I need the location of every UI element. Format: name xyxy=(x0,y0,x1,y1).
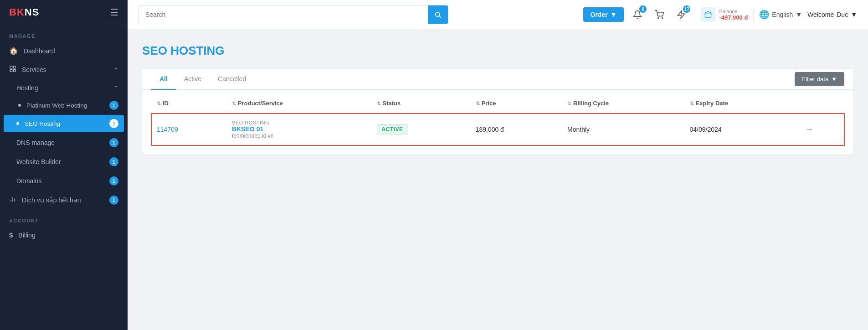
row-arrow[interactable]: → xyxy=(800,113,844,146)
notifications-badge: 0 xyxy=(639,5,647,13)
tabs: All Active Cancelled xyxy=(151,69,254,89)
sidebar-item-label: Dịch vụ sắp hết hạn xyxy=(22,196,106,204)
col-id[interactable]: ⇅ID xyxy=(151,93,226,113)
main-card: All Active Cancelled Filter data ▼ ⇅ID ⇅… xyxy=(142,69,853,155)
header-divider-2 xyxy=(753,8,754,21)
chevron-up-icon: ⌃ xyxy=(114,67,118,73)
svg-rect-0 xyxy=(10,66,12,68)
col-status[interactable]: ⇅Status xyxy=(371,93,470,113)
svg-rect-1 xyxy=(13,66,15,68)
chevron-up-icon: ⌃ xyxy=(114,85,118,91)
sidebar-item-label: Domains xyxy=(16,177,106,185)
logo-red: BK xyxy=(9,6,25,18)
table-wrap: ⇅ID ⇅Product/Service ⇅Status ⇅Price ⇅Bil… xyxy=(142,93,853,155)
sidebar: BKNS ☰ MANAGE 🏠 Dashboard Services ⌃ Hos… xyxy=(0,0,128,330)
sidebar-badge: 1 xyxy=(109,196,118,205)
sidebar-item-dns-manage[interactable]: DNS manage 1 xyxy=(0,133,128,152)
table-row[interactable]: 114709 SEO HOSTING BKSEO 01 tenmiendep.i… xyxy=(151,113,844,146)
sidebar-item-label: Platinum Web Hosting xyxy=(26,102,87,109)
sidebar-item-seo-hosting[interactable]: SEO Hosting 1 xyxy=(4,115,124,132)
balance-amount: -497,900 đ xyxy=(719,14,748,21)
page-title: SEO HOSTING xyxy=(142,44,853,58)
dollar-icon: $ xyxy=(9,231,13,239)
col-billing[interactable]: ⇅Billing Cycle xyxy=(562,93,684,113)
bell-button[interactable]: 17 xyxy=(673,6,689,23)
sidebar-item-hosting[interactable]: Hosting ⌃ xyxy=(0,79,128,97)
svg-rect-3 xyxy=(13,69,15,72)
svg-marker-11 xyxy=(678,11,685,19)
order-label: Order xyxy=(591,11,608,18)
dot-icon xyxy=(18,104,21,107)
cart-button[interactable] xyxy=(651,6,668,23)
svg-point-7 xyxy=(436,12,440,16)
language-selector[interactable]: 🌐 English ▼ xyxy=(759,10,802,20)
row-billing: Monthly xyxy=(562,113,684,146)
welcome-label: Welcome xyxy=(807,11,834,18)
sidebar-item-label: Dashboard xyxy=(24,47,118,55)
service-type: SEO HOSTING xyxy=(232,120,365,125)
logo: BKNS xyxy=(9,6,39,18)
tabs-row: All Active Cancelled Filter data ▼ xyxy=(142,69,853,90)
main-content: Order ▼ 0 17 Balance -4 xyxy=(128,0,868,330)
svg-point-9 xyxy=(658,18,659,19)
row-id: 114709 xyxy=(151,113,226,146)
balance-box[interactable]: Balance -497,900 đ xyxy=(701,7,748,22)
tab-active[interactable]: Active xyxy=(176,69,210,90)
service-domain: tenmiendep.id.vn xyxy=(232,133,365,139)
tab-all[interactable]: All xyxy=(151,69,176,90)
bell-badge: 17 xyxy=(683,5,690,13)
balance-icon xyxy=(701,7,715,22)
sidebar-item-services[interactable]: Services ⌃ xyxy=(0,60,128,79)
welcome-name: Duc xyxy=(837,11,848,18)
sidebar-logo: BKNS ☰ xyxy=(0,0,128,25)
tab-cancelled[interactable]: Cancelled xyxy=(210,69,254,90)
col-product[interactable]: ⇅Product/Service xyxy=(226,93,371,113)
notifications-button[interactable]: 0 xyxy=(629,6,646,23)
sidebar-item-label: SEO Hosting xyxy=(25,120,60,127)
col-price[interactable]: ⇅Price xyxy=(470,93,562,113)
col-action xyxy=(800,93,844,113)
sidebar-item-billing[interactable]: $ Billing xyxy=(0,226,128,244)
filter-label: Filter data xyxy=(802,76,828,82)
header-actions: Order ▼ 0 17 Balance -4 xyxy=(583,6,858,23)
service-name[interactable]: BKSEO 01 xyxy=(232,125,365,133)
sidebar-item-label: Services xyxy=(22,66,114,73)
sidebar-badge: 1 xyxy=(109,138,118,147)
search-button[interactable] xyxy=(428,5,448,24)
chevron-down-icon: ▼ xyxy=(611,11,617,18)
svg-line-8 xyxy=(439,16,441,18)
services-table: ⇅ID ⇅Product/Service ⇅Status ⇅Price ⇅Bil… xyxy=(151,93,844,145)
manage-section-label: MANAGE xyxy=(0,25,128,41)
home-icon: 🏠 xyxy=(9,46,18,55)
sidebar-item-website-builder[interactable]: Website Builder 1 xyxy=(0,152,128,171)
logo-white: NS xyxy=(25,6,40,18)
sidebar-item-expiring-services[interactable]: Dịch vụ sắp hết hạn 1 xyxy=(0,191,128,210)
svg-point-10 xyxy=(662,18,663,19)
status-badge: ACTIVE xyxy=(377,124,408,134)
sidebar-item-domains[interactable]: Domains 1 xyxy=(0,171,128,191)
welcome-box[interactable]: Welcome Duc ▼ xyxy=(807,11,857,18)
col-expiry[interactable]: ⇅Expiry Date xyxy=(684,93,800,113)
chevron-down-icon: ▼ xyxy=(831,76,837,82)
services-icon xyxy=(9,65,16,74)
sidebar-item-label: Billing xyxy=(18,232,118,239)
balance-text: Balance -497,900 đ xyxy=(719,9,748,21)
account-section-label: ACCOUNT xyxy=(0,210,128,226)
order-button[interactable]: Order ▼ xyxy=(583,7,624,22)
sidebar-badge: 1 xyxy=(109,157,118,166)
search-input[interactable] xyxy=(139,5,428,24)
chart-icon xyxy=(9,196,16,205)
service-id-link[interactable]: 114709 xyxy=(157,126,178,133)
sidebar-badge: 1 xyxy=(109,176,118,186)
language-label: English xyxy=(772,11,793,18)
sidebar-item-dashboard[interactable]: 🏠 Dashboard xyxy=(0,41,128,60)
filter-button[interactable]: Filter data ▼ xyxy=(795,72,844,86)
sidebar-badge: 1 xyxy=(109,119,118,128)
row-product: SEO HOSTING BKSEO 01 tenmiendep.id.vn xyxy=(226,113,371,146)
row-detail-button[interactable]: → xyxy=(805,125,813,134)
svg-rect-2 xyxy=(10,69,12,72)
hamburger-icon[interactable]: ☰ xyxy=(110,7,118,18)
row-expiry: 04/09/2024 xyxy=(684,113,800,146)
row-status: ACTIVE xyxy=(371,113,470,146)
sidebar-item-platinum-web-hosting[interactable]: Platinum Web Hosting 1 xyxy=(0,97,128,114)
